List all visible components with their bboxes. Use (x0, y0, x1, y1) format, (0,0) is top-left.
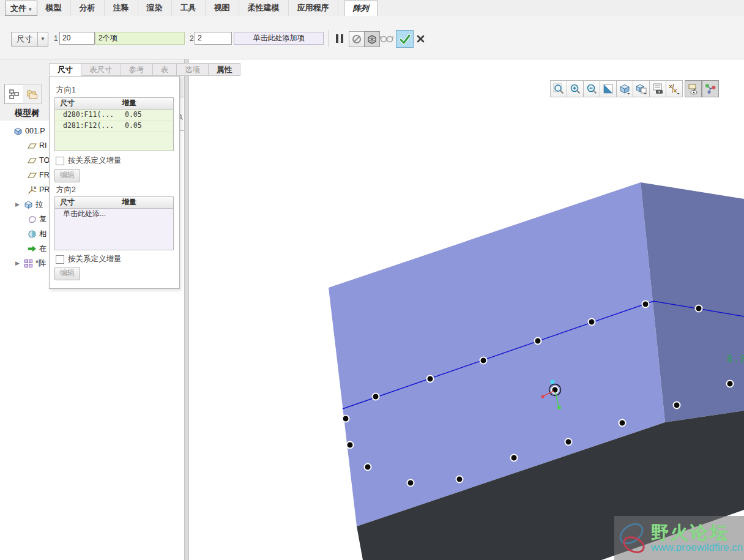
table-row[interactable]: 单击此处添... (55, 209, 173, 219)
tab-analysis[interactable]: 分析 (71, 0, 105, 16)
annotation-display-button[interactable] (685, 80, 702, 97)
relation-increment-checkbox-row[interactable]: 按关系定义增量 (56, 254, 122, 264)
tab-tools[interactable]: 工具 (172, 0, 206, 16)
panel-tab-properties[interactable]: 属性 (209, 63, 240, 76)
panel-tab-dimensions[interactable]: 尺寸 (49, 63, 81, 76)
panel-tab-table-dimensions[interactable]: 表尺寸 (81, 63, 121, 76)
tree-item-datum-front[interactable]: FR (28, 168, 50, 182)
dimension-cell[interactable]: 单击此处添... (55, 209, 125, 219)
expand-arrow-icon[interactable]: ▶ (15, 260, 21, 266)
no-preview-button[interactable] (349, 31, 365, 47)
tab-file[interactable]: 文件▾ (5, 1, 37, 16)
geometry-preview-button[interactable] (364, 31, 380, 47)
tab-render[interactable]: 渲染 (138, 0, 172, 16)
glasses-icon (380, 34, 393, 43)
table-row[interactable]: d281:F12(... 0.05 (55, 121, 173, 132)
saved-orientations-button[interactable] (633, 80, 650, 97)
pattern-point[interactable] (727, 381, 734, 387)
pattern-point[interactable] (589, 319, 595, 326)
panel-splitter[interactable] (184, 59, 189, 560)
direction1-index: 1 (54, 34, 58, 43)
drag-handle-green[interactable] (557, 406, 561, 409)
part-icon (13, 127, 23, 136)
direction2-index: 2 (190, 34, 194, 43)
display-style-button[interactable] (617, 80, 633, 97)
pattern-point[interactable] (407, 480, 414, 487)
dimension-cell[interactable]: d280:F11(... (55, 110, 125, 120)
tab-annotate[interactable]: 注释 (105, 0, 138, 16)
leader-point[interactable] (552, 387, 559, 394)
pattern-point[interactable] (696, 305, 702, 312)
tab-pattern-active[interactable]: 阵列 (344, 1, 378, 16)
increment-cell[interactable] (125, 209, 173, 219)
pattern-point[interactable] (480, 357, 487, 364)
pause-button[interactable] (334, 31, 345, 46)
pattern-point[interactable] (565, 439, 572, 446)
table-body[interactable]: 单击此处添... (55, 209, 173, 250)
tab-model-tree[interactable] (4, 84, 24, 104)
pattern-point[interactable] (365, 464, 371, 471)
direction1-items-collector[interactable]: 2个项 (95, 32, 185, 45)
tree-item-insert-here[interactable]: 在 (28, 241, 47, 256)
tree-item-intersect[interactable]: 相 (28, 226, 47, 241)
pattern-point[interactable] (373, 394, 379, 400)
relation-increment-checkbox-row[interactable]: 按关系定义增量 (56, 155, 122, 166)
dimension-value-text[interactable]: 8.8 (727, 354, 744, 365)
edit-button-direction1[interactable]: 编辑 (54, 169, 80, 182)
panel-tab-references[interactable]: 参考 (121, 63, 153, 76)
tree-item-extrude[interactable]: ▶ 拉 (15, 197, 43, 212)
view-manager-button[interactable] (650, 80, 666, 97)
zoom-out-button[interactable] (584, 80, 600, 97)
tree-item-datum-right[interactable]: RI (28, 138, 47, 153)
tree-item-datum-top[interactable]: TO (28, 153, 50, 168)
datum-display-filters-button[interactable]: ×//× (666, 80, 683, 97)
zoom-in-button[interactable] (567, 80, 584, 97)
table-body[interactable]: d280:F11(... 0.05 d281:F12(... 0.05 (55, 110, 173, 151)
direction1-count-input[interactable]: 20 (59, 32, 95, 45)
pattern-type-combo[interactable]: 尺寸 ▼ (11, 32, 48, 47)
checkbox-icon[interactable] (56, 157, 64, 165)
dimension-cell[interactable]: d281:F12(... (55, 121, 125, 131)
tree-item-copy-geometry[interactable]: 复 (28, 212, 47, 226)
pattern-point[interactable] (456, 476, 463, 483)
pattern-point[interactable] (535, 338, 541, 345)
menu-tab-bar: 文件▾ 模型 分析 注释 渲染 工具 视图 柔性建模 应用程序 阵列 (0, 0, 744, 17)
tab-model[interactable]: 模型 (37, 0, 71, 16)
panel-tab-table[interactable]: 表 (153, 63, 177, 76)
tree-item-part[interactable]: 001.P (13, 124, 45, 138)
accept-button[interactable] (396, 30, 414, 48)
tab-applications[interactable]: 应用程序 (289, 0, 338, 16)
direction2-count-input[interactable]: 2 (195, 32, 232, 45)
table-row[interactable]: d280:F11(... 0.05 (55, 110, 173, 121)
pattern-point[interactable] (511, 455, 518, 461)
spin-center-button[interactable] (702, 80, 719, 97)
verify-glasses-button[interactable] (380, 33, 393, 44)
refit-button[interactable] (550, 80, 567, 97)
pattern-point[interactable] (347, 442, 354, 449)
tab-flexible-modeling[interactable]: 柔性建模 (239, 0, 289, 16)
direction2-table[interactable]: 尺寸 增量 单击此处添... (54, 196, 174, 250)
increment-cell[interactable]: 0.05 (125, 121, 173, 131)
tree-item-pattern[interactable]: ▶ *阵 (15, 256, 46, 271)
expand-arrow-icon[interactable]: ▶ (15, 201, 21, 207)
pattern-point[interactable] (674, 402, 680, 409)
direction2-items-collector[interactable]: 单击此处添加项 (234, 32, 324, 45)
cancel-button[interactable] (415, 32, 426, 45)
direction1-table[interactable]: 尺寸 增量 d280:F11(... 0.05 d281:F12(... 0.0… (54, 97, 174, 151)
repaint-button[interactable] (600, 80, 617, 97)
drag-handle-red[interactable] (541, 395, 545, 398)
checkbox-icon[interactable] (56, 255, 64, 264)
edit-button-direction2[interactable]: 编辑 (54, 267, 80, 280)
pattern-point[interactable] (427, 376, 434, 383)
chevron-down-icon[interactable]: ▼ (37, 32, 48, 46)
pattern-point[interactable] (642, 301, 649, 308)
pattern-point[interactable] (619, 420, 626, 427)
tab-view[interactable]: 视图 (206, 0, 239, 16)
tab-folder-browser[interactable] (23, 84, 42, 104)
pattern-icon (24, 259, 33, 268)
drag-handle-cyan[interactable] (551, 380, 555, 384)
pattern-point[interactable] (343, 416, 349, 422)
tree-item-csys[interactable]: PR (28, 182, 50, 197)
increment-cell[interactable]: 0.05 (125, 110, 173, 120)
panel-tab-options[interactable]: 选项 (177, 63, 209, 76)
